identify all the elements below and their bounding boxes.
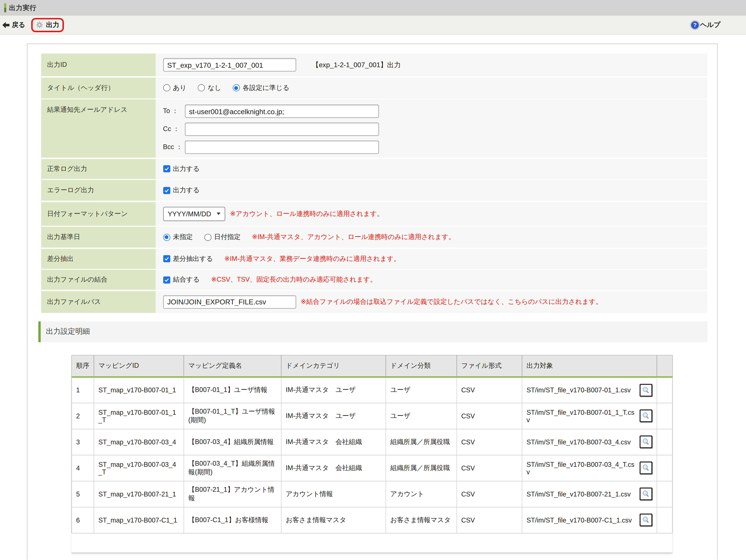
gear-icon <box>36 21 44 29</box>
col-mapping-name: マッピング定義名 <box>184 355 281 377</box>
chevron-down-icon <box>217 213 221 215</box>
target-path: ST/im/ST_file_v170-B007-C1_1.csv <box>526 516 637 524</box>
cell-order: 3 <box>72 429 94 455</box>
preview-button[interactable] <box>639 513 652 526</box>
form-row-diff-extract: 差分抽出 差分抽出する ※IM-共通マスタ、業務データ連携時のみに適用されます。 <box>41 249 707 269</box>
mail-to-input[interactable] <box>185 105 379 118</box>
cell-domain-category: お客さま情報マスタ <box>281 507 386 533</box>
cell-mapping-name: 【B007-03_4_T】組織所属情報(期間) <box>184 455 281 481</box>
magnifier-icon <box>642 438 650 446</box>
cell-mapping-id: ST_map_v170-B007-03_4 <box>94 429 184 455</box>
detail-table-panel: 順序 マッピングID マッピング定義名 ドメインカテゴリ ドメイン分類 ファイル… <box>71 355 672 552</box>
cell-extra <box>657 403 672 429</box>
cell-mapping-name: 【B007-01_1_T】ユーザ情報(期間) <box>184 403 281 429</box>
table-row: 6 ST_map_v170-B007-C1_1 【B007-C1_1】お客様情報… <box>72 507 672 533</box>
mail-bcc-label: Bcc ： <box>163 143 185 151</box>
radio-selected-icon <box>163 233 170 241</box>
checkbox-checked-icon <box>163 255 170 262</box>
target-path: ST/im/ST_file_v170-B007-03_4_T.csv <box>526 460 637 476</box>
form-row-title-header: タイトル（ヘッダ行） あり なし 各設定に準じる <box>41 77 707 98</box>
table-row: 4 ST_map_v170-B007-03_4_T 【B007-03_4_T】組… <box>72 455 672 481</box>
radio-icon <box>204 233 211 241</box>
radio-title-ari[interactable]: あり <box>163 84 186 92</box>
mail-bcc-input[interactable] <box>185 141 379 154</box>
preview-button[interactable] <box>639 410 652 422</box>
form-row-output-path: 出力ファイルパス ※結合ファイルの場合は取込ファイル定義で設定したパスではなく、… <box>41 291 707 313</box>
magnifier-icon <box>642 516 650 524</box>
base-date-note: ※IM-共通マスタ、アカウント、ロール連携時のみに適用されます。 <box>252 233 455 242</box>
cell-mapping-name: 【B007-03_4】組織所属情報 <box>184 429 281 455</box>
main-panel: 出力ID 【exp_1-2-1_007_001】出力 タイトル（ヘッダ行） あり <box>27 44 718 559</box>
help-icon: ? <box>691 21 699 29</box>
magnifier-icon <box>642 412 650 420</box>
cell-domain-class: お客さま情報マスタ <box>386 507 457 533</box>
cell-domain-class: ユーザ <box>386 403 457 429</box>
checkbox-error-log[interactable]: 出力する <box>163 186 200 195</box>
cell-target: ST/im/ST_file_v170-B007-01_1_T.csv <box>522 403 657 429</box>
date-format-note: ※アカウント、ロール連携時のみに適用されます。 <box>230 209 383 218</box>
screen: 出力実行 戻る 出力 <box>0 0 746 560</box>
cell-order: 2 <box>72 403 94 429</box>
checkbox-checked-icon <box>163 165 170 172</box>
toolbar: 戻る 出力 ? ヘルプ <box>0 16 746 35</box>
table-row: 3 ST_map_v170-B007-03_4 【B007-03_4】組織所属情… <box>72 429 672 455</box>
diff-extract-note: ※IM-共通マスタ、業務データ連携時のみに適用されます。 <box>224 254 400 263</box>
output-id-input[interactable] <box>163 58 296 72</box>
preview-button[interactable] <box>639 461 652 474</box>
cell-target: ST/im/ST_file_v170-B007-01_1.csv <box>522 377 657 403</box>
page-title: 出力実行 <box>9 4 36 12</box>
output-path-input[interactable] <box>163 295 296 308</box>
cell-target: ST/im/ST_file_v170-B007-21_1.csv <box>522 481 657 507</box>
cell-mapping-id: ST_map_v170-B007-01_1 <box>94 377 184 403</box>
form-row-join-files: 出力ファイルの結合 結合する ※CSV、TSV、固定長の出力時のみ適応可能されま… <box>41 270 707 290</box>
radio-base-date-hiduke[interactable]: 日付指定 <box>204 233 240 242</box>
cell-extra <box>657 481 672 507</box>
checkbox-diff-extract[interactable]: 差分抽出する <box>163 254 213 263</box>
form-row-normal-log: 正常ログ出力 出力する <box>41 159 707 178</box>
radio-title-nashi[interactable]: なし <box>198 84 221 92</box>
table-row: 1 ST_map_v170-B007-01_1 【B007-01_1】ユーザ情報… <box>72 377 672 403</box>
detail-section-title: 出力設定明細 <box>46 327 90 337</box>
form-row-error-log: エラーログ出力 出力する <box>41 180 707 201</box>
help-button[interactable]: ? ヘルプ <box>691 21 720 29</box>
preview-button[interactable] <box>639 384 652 396</box>
cell-domain-category: アカウント情報 <box>281 481 386 507</box>
back-arrow-icon <box>2 22 9 28</box>
radio-title-kakusettei[interactable]: 各設定に準じる <box>233 84 289 92</box>
output-id-label: 出力ID <box>41 54 155 76</box>
checkbox-normal-log[interactable]: 出力する <box>163 164 200 173</box>
preview-button[interactable] <box>639 487 652 500</box>
cell-extra <box>657 507 672 533</box>
cell-mapping-id: ST_map_v170-B007-C1_1 <box>94 507 184 533</box>
cell-domain-category: IM-共通マスタ ユーザ <box>281 377 386 403</box>
cell-domain-class: ユーザ <box>386 377 457 403</box>
checkbox-join-files[interactable]: 結合する <box>163 276 200 284</box>
mail-cc-input[interactable] <box>185 122 379 136</box>
cell-order: 6 <box>72 507 94 533</box>
cell-file-format: CSV <box>457 429 522 455</box>
form-row-date-format: 日付フォーマットパターン YYYY/MM/DD ※アカウント、ロール連携時のみに… <box>41 202 707 226</box>
radio-icon <box>163 84 170 91</box>
output-button-label: 出力 <box>46 21 59 29</box>
target-path: ST/im/ST_file_v170-B007-01_1.csv <box>526 386 637 394</box>
cell-file-format: CSV <box>457 455 522 481</box>
back-button[interactable]: 戻る <box>2 21 25 29</box>
preview-button[interactable] <box>639 436 652 448</box>
mail-label: 結果通知先メールアドレス <box>41 100 155 158</box>
radio-selected-icon <box>233 84 240 91</box>
radio-base-date-mishitei[interactable]: 未指定 <box>163 233 193 242</box>
join-files-note: ※CSV、TSV、固定長の出力時のみ適応可能されます。 <box>211 276 377 284</box>
radio-icon <box>198 84 205 91</box>
cell-target: ST/im/ST_file_v170-B007-C1_1.csv <box>522 507 657 533</box>
date-format-label: 日付フォーマットパターン <box>41 202 155 226</box>
output-path-note: ※結合ファイルの場合は取込ファイル定義で設定したパスではなく、こちらのパスに出力… <box>300 298 602 306</box>
cell-domain-category: IM-共通マスタ 会社組織 <box>281 455 386 481</box>
cell-file-format: CSV <box>457 377 522 403</box>
output-button[interactable]: 出力 <box>36 21 59 29</box>
cell-target: ST/im/ST_file_v170-B007-03_4_T.csv <box>522 455 657 481</box>
date-format-select[interactable]: YYYY/MM/DD <box>163 207 225 221</box>
cell-domain-class: 組織所属／所属役職 <box>386 455 457 481</box>
cell-file-format: CSV <box>457 403 522 429</box>
cell-order: 4 <box>72 455 94 481</box>
col-mapping-id: マッピングID <box>94 355 184 377</box>
